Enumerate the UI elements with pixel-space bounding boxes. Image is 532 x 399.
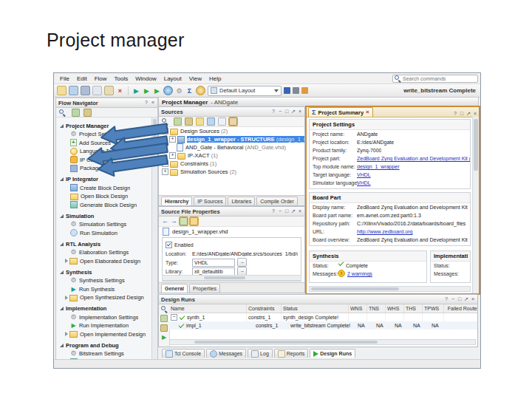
minimize-icon[interactable]: −	[278, 208, 282, 214]
enabled-checkbox[interactable]	[166, 242, 172, 248]
column-header-ths[interactable]: THS	[404, 304, 423, 313]
forward-arrow-icon[interactable]: →	[171, 218, 177, 225]
properties-tab-general[interactable]: General	[161, 284, 188, 293]
sidebar-section-synthesis[interactable]: Synthesis	[56, 267, 152, 276]
property-input-library[interactable]: xil_defaultlib	[192, 267, 235, 276]
sources-tab-compile-order[interactable]: Compile Order	[256, 197, 298, 205]
sidebar-item-package-ip[interactable]: Package IP	[56, 164, 152, 173]
menu-item-view[interactable]: View	[185, 75, 205, 83]
sidebar-section-simulation[interactable]: Simulation	[56, 211, 152, 220]
sidebar-item-run-synthesis[interactable]: Run Synthesis	[56, 285, 152, 294]
sidebar-section-project-manager[interactable]: Project Manager	[56, 121, 152, 130]
expander-plus-icon[interactable]: +	[162, 168, 168, 175]
source-tree-item-simulation-sources[interactable]: +Simulation Sources (2)	[159, 168, 304, 176]
minimize-icon[interactable]: −	[278, 109, 282, 115]
synthesis-warnings-link[interactable]: 2 warnings	[347, 270, 372, 278]
sidebar-section-rtl-analysis[interactable]: RTL Analysis	[56, 239, 152, 248]
close-tab-icon[interactable]: ×	[366, 109, 369, 115]
menu-item-help[interactable]: Help	[205, 75, 225, 83]
refresh-icon[interactable]	[207, 117, 215, 126]
reports-sigma-icon[interactable]: Σ	[185, 86, 194, 95]
sidebar-item-add-sources[interactable]: Add Sources	[56, 139, 152, 148]
sidebar-item-implementation-settings[interactable]: Implementation Settings	[56, 313, 152, 322]
float-icon[interactable]: ↗	[464, 296, 468, 302]
bottom-tab-design-runs[interactable]: Design Runs	[310, 349, 355, 358]
maximize-icon[interactable]: □	[457, 296, 462, 302]
collapse-tree-icon[interactable]	[174, 117, 182, 126]
menu-item-edit[interactable]: Edit	[73, 75, 91, 83]
design-run-row-synth-1[interactable]: −synth_1constrs_1synth_design Complete!1…	[169, 313, 477, 321]
summary-value[interactable]: ZedBoard Zynq Evaluation and Development…	[357, 154, 470, 163]
sidebar-item-create-block-design[interactable]: Create Block Design	[56, 184, 152, 193]
sidebar-item-open-block-design[interactable]: Open Block Design	[56, 192, 152, 201]
sources-tab-ip-sources[interactable]: IP Sources	[194, 197, 226, 205]
run-implementation-icon[interactable]: ▶	[143, 86, 151, 95]
sidebar-item-synthesis-settings[interactable]: Synthesis Settings	[56, 276, 152, 285]
sidebar-item-run-implementation[interactable]: Run Implementation	[56, 321, 152, 330]
expander-plus-icon[interactable]: +	[169, 136, 176, 143]
dashboard-icon[interactable]	[293, 87, 299, 94]
summary-vscrollbar[interactable]	[472, 117, 479, 293]
search-commands-input[interactable]	[403, 76, 468, 81]
bottom-tab-messages[interactable]: Messages	[206, 349, 246, 358]
sidebar-item-open-elaborated-design[interactable]: Open Elaborated Design	[56, 257, 152, 266]
sidebar-item-run-simulation[interactable]: Run Simulation	[56, 229, 152, 238]
help-icon[interactable]: ?	[453, 111, 457, 117]
browse-button[interactable]	[237, 258, 247, 267]
expand-tree-icon[interactable]	[185, 117, 193, 126]
sidebar-item-project-settings[interactable]: Project Settings	[56, 130, 152, 139]
close-icon[interactable]: ×	[298, 109, 302, 115]
scope-highlighted-icon[interactable]	[229, 117, 237, 126]
world-icon[interactable]	[163, 86, 173, 95]
select-pointer-icon[interactable]	[190, 217, 198, 225]
open-project-icon[interactable]	[69, 86, 78, 95]
sidebar-item-open-synthesized-design[interactable]: Open Synthesized Design	[56, 293, 152, 302]
sidebar-section-program-and-debug[interactable]: Program and Debug	[56, 341, 152, 349]
expander-minus-icon[interactable]: −	[171, 314, 177, 321]
sidebar-item-language-templates[interactable]: Language Templates	[56, 147, 152, 156]
highlight-pen-icon[interactable]	[301, 87, 308, 94]
delete-icon[interactable]: ×	[116, 86, 124, 95]
sources-tab-hierarchy[interactable]: Hierarchy	[161, 197, 192, 205]
column-header-failed-routes[interactable]: Failed Routes	[444, 304, 477, 313]
add-source-icon[interactable]	[196, 117, 204, 126]
column-header-wns[interactable]: WNS	[349, 304, 367, 313]
summary-value[interactable]: VHDL	[357, 171, 371, 179]
close-icon[interactable]: ×	[473, 111, 477, 117]
save-icon[interactable]	[81, 86, 90, 95]
collapse-tree-icon[interactable]	[160, 315, 168, 322]
close-icon[interactable]: ×	[471, 296, 475, 302]
menu-item-tools[interactable]: Tools	[111, 75, 132, 83]
source-tree-item-ip-xact[interactable]: +IP-XACT (1)	[159, 151, 304, 160]
sidebar-item-elaboration-settings[interactable]: Elaboration Settings	[56, 248, 152, 257]
help-icon[interactable]: ?	[444, 296, 449, 302]
column-header-tpws[interactable]: TPWS	[423, 304, 444, 313]
source-tree-item-constraints[interactable]: +Constraints (1)	[159, 160, 304, 168]
expander-plus-icon[interactable]: +	[162, 160, 168, 167]
float-icon[interactable]: ↗	[291, 208, 296, 214]
maximize-icon[interactable]: □	[284, 208, 289, 214]
design-run-row-impl-1[interactable]: impl_1constrs_1write_bitstream Complete!…	[169, 321, 477, 330]
search-icon[interactable]	[162, 118, 168, 125]
help-icon[interactable]: ?	[271, 208, 276, 214]
design-runs-hscrollbar[interactable]	[169, 339, 476, 345]
run-step-icon[interactable]: ▶	[153, 86, 161, 95]
sidebar-section-ip-integrator[interactable]: IP Integrator	[56, 175, 152, 184]
properties-hscrollbar[interactable]	[162, 275, 301, 281]
edit-properties-icon[interactable]	[180, 217, 188, 225]
sidebar-item-simulation-settings[interactable]: Simulation Settings	[56, 220, 152, 229]
launch-run-icon[interactable]: ▶	[162, 334, 166, 341]
help-icon[interactable]: ?	[271, 109, 276, 115]
sidebar-item-generate-block-design[interactable]: Generate Block Design	[56, 201, 152, 210]
clock-icon[interactable]	[196, 86, 205, 95]
close-icon[interactable]: ×	[298, 208, 302, 214]
sources-tab-libraries[interactable]: Libraries	[228, 197, 255, 205]
summary-value[interactable]: VHDL	[357, 179, 371, 187]
back-arrow-icon[interactable]: ←	[162, 218, 168, 225]
bottom-tab-log[interactable]: Log	[248, 349, 273, 358]
column-header-whs[interactable]: WHS	[386, 304, 404, 313]
sidebar-item-ip-catalog[interactable]: IP Catalog	[56, 156, 152, 165]
summary-value[interactable]: http://www.zedboard.org	[357, 228, 413, 236]
float-icon[interactable]: ↗	[466, 111, 471, 117]
settings-gear-icon[interactable]: ⚙	[175, 86, 183, 95]
